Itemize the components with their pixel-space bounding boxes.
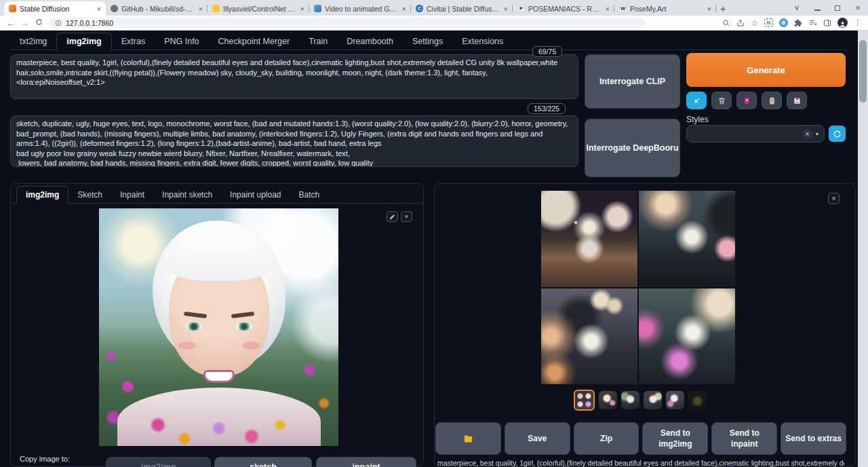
browser-tab-controlnet[interactable]: Illyasviel/ControlNet at main × bbox=[208, 1, 309, 16]
subtab-batch[interactable]: Batch bbox=[290, 187, 329, 203]
gallery-thumbnail-1[interactable] bbox=[574, 390, 595, 411]
chevron-down-icon[interactable]: ▾ bbox=[816, 131, 818, 137]
tab-close-icon[interactable]: × bbox=[606, 5, 610, 13]
tab-close-icon[interactable]: × bbox=[504, 5, 508, 13]
page-scrollbar[interactable] bbox=[858, 31, 868, 467]
apply-style-button[interactable] bbox=[762, 92, 782, 109]
zip-button[interactable]: Zip bbox=[574, 422, 639, 455]
send-to-img2img-button[interactable]: Send to img2img bbox=[642, 422, 708, 455]
tab-png-info[interactable]: PNG Info bbox=[155, 33, 208, 50]
back-icon[interactable]: ← bbox=[7, 19, 15, 27]
tab-close-icon[interactable]: × bbox=[707, 5, 711, 13]
gallery-thumbnail-4[interactable] bbox=[644, 391, 662, 409]
address-bar: ← → 127.0.0.1:7860 ☆ N ⋮ bbox=[0, 16, 868, 31]
styles-input[interactable] bbox=[692, 130, 802, 138]
interrogate-deepbooru-button[interactable]: Interrogate DeepBooru bbox=[585, 119, 680, 177]
share-icon[interactable] bbox=[736, 19, 745, 27]
tab-title: Illyasviel/ControlNet at main bbox=[223, 5, 297, 13]
send-to-extras-button[interactable]: Send to extras bbox=[781, 422, 846, 455]
browser-tab-github[interactable]: GitHub - Mikubill/sd-webui-con × bbox=[106, 1, 208, 16]
minimize-icon[interactable] bbox=[807, 4, 827, 12]
positive-token-counter: 69/75 bbox=[532, 46, 562, 57]
gallery-thumbnail-2[interactable] bbox=[599, 391, 617, 409]
extensions-puzzle-icon[interactable] bbox=[794, 19, 802, 27]
generated-image-1[interactable] bbox=[541, 191, 637, 287]
maximize-icon[interactable] bbox=[827, 4, 848, 12]
clear-prompt-button[interactable] bbox=[711, 92, 732, 109]
tab-train[interactable]: Train bbox=[299, 33, 337, 50]
copy-to-inpaint-button[interactable]: inpaint bbox=[316, 457, 416, 467]
site-info-icon[interactable] bbox=[55, 20, 62, 26]
copy-to-sketch-button[interactable]: sketch bbox=[214, 457, 312, 467]
clear-image-button[interactable]: × bbox=[401, 211, 412, 222]
extension-n-icon[interactable]: N bbox=[764, 18, 773, 27]
gallery-thumbnail-3[interactable] bbox=[621, 391, 639, 409]
positive-prompt-input[interactable]: masterpiece, best quality, 1girl, (color… bbox=[10, 54, 578, 99]
edit-image-button[interactable] bbox=[387, 211, 398, 222]
generate-button[interactable]: Generate bbox=[686, 53, 846, 87]
browser-tab-posemaniacs[interactable]: P POSEMANIACS - Royalty free 3 × bbox=[513, 1, 614, 16]
side-panel-icon[interactable] bbox=[823, 19, 831, 27]
reload-icon[interactable] bbox=[35, 18, 43, 27]
send-to-inpaint-button[interactable]: Send to inpaint bbox=[711, 422, 777, 455]
tab-img2img[interactable]: img2img bbox=[56, 33, 111, 50]
window-controls: ∨ × bbox=[787, 0, 868, 16]
tab-close-icon[interactable]: × bbox=[300, 5, 304, 13]
refresh-styles-button[interactable] bbox=[829, 126, 846, 142]
negative-prompt-input[interactable]: sketch, duplicate, ugly, huge eyes, text… bbox=[10, 115, 578, 167]
gallery-action-buttons: Save Zip Send to img2img Send to inpaint… bbox=[435, 422, 846, 455]
tab-search-chevron-icon[interactable]: ∨ bbox=[787, 3, 807, 12]
subtab-img2img[interactable]: img2img bbox=[16, 186, 68, 204]
generated-image-grid[interactable] bbox=[541, 191, 735, 384]
close-window-icon[interactable]: × bbox=[848, 3, 868, 13]
tab-checkpoint-merger[interactable]: Checkpoint Merger bbox=[209, 33, 300, 50]
tab-settings[interactable]: Settings bbox=[403, 33, 452, 50]
url-text: 127.0.0.1:7860 bbox=[66, 19, 113, 27]
subtab-inpaint-sketch[interactable]: Inpaint sketch bbox=[153, 187, 221, 203]
gallery-thumbnail-6[interactable] bbox=[688, 391, 707, 409]
browser-tab-civitai[interactable]: C Civitai | Stable Diffusion models × bbox=[411, 1, 513, 16]
tab-extras[interactable]: Extras bbox=[112, 33, 155, 50]
source-image[interactable] bbox=[99, 208, 338, 446]
generated-image-2[interactable] bbox=[639, 191, 735, 287]
tab-close-icon[interactable]: × bbox=[402, 5, 406, 13]
tab-close-icon[interactable]: × bbox=[199, 5, 203, 13]
browser-tab-stable-diffusion[interactable]: Stable Diffusion × bbox=[4, 1, 106, 16]
generated-image-3[interactable] bbox=[541, 288, 637, 385]
styles-clear-icon[interactable]: × bbox=[802, 129, 812, 139]
copy-to-img2img-button[interactable]: img2img bbox=[106, 457, 211, 467]
read-generation-params-button[interactable] bbox=[686, 92, 707, 109]
bookmark-star-icon[interactable]: ☆ bbox=[751, 18, 758, 28]
floppy-disk-icon bbox=[793, 96, 802, 105]
styles-dropdown[interactable]: × ▾ bbox=[686, 125, 825, 143]
subtab-inpaint-upload[interactable]: Inpaint upload bbox=[221, 187, 290, 203]
tab-dreambooth[interactable]: Dreambooth bbox=[337, 33, 403, 50]
save-button[interactable]: Save bbox=[505, 422, 570, 455]
subtab-inpaint[interactable]: Inpaint bbox=[111, 187, 153, 203]
browser-tab-gif-converter[interactable]: Video to animated GIF converter × bbox=[309, 1, 411, 16]
forward-icon[interactable]: → bbox=[21, 19, 29, 27]
zoom-icon[interactable] bbox=[722, 19, 730, 27]
interrogate-clip-button[interactable]: Interrogate CLIP bbox=[585, 54, 680, 109]
posemaniacs-favicon: P bbox=[517, 5, 525, 12]
subtab-sketch[interactable]: Sketch bbox=[68, 187, 111, 203]
new-tab-button[interactable]: + bbox=[716, 2, 730, 16]
extra-networks-button[interactable] bbox=[736, 92, 757, 109]
tab-txt2img[interactable]: txt2img bbox=[10, 33, 56, 50]
img2img-source-panel: img2img Sketch Inpaint Inpaint sketch In… bbox=[10, 183, 424, 467]
extension-blue-icon[interactable] bbox=[779, 18, 788, 27]
profile-avatar[interactable] bbox=[837, 18, 848, 28]
generated-image-4[interactable] bbox=[639, 288, 735, 385]
posemyart-favicon: W bbox=[619, 5, 627, 12]
menu-dots-icon[interactable]: ⋮ bbox=[854, 18, 861, 27]
tab-close-icon[interactable]: × bbox=[97, 5, 101, 13]
tab-extensions[interactable]: Extensions bbox=[452, 33, 513, 50]
scrollbar-thumb[interactable] bbox=[859, 40, 867, 102]
gallery-close-icon[interactable]: × bbox=[828, 193, 840, 204]
gallery-thumbnail-5[interactable] bbox=[666, 391, 684, 409]
reading-list-icon[interactable] bbox=[808, 18, 817, 27]
save-style-button[interactable] bbox=[787, 92, 807, 109]
browser-tab-posemyart[interactable]: W PoseMy.Art × bbox=[614, 1, 716, 16]
open-folder-button[interactable] bbox=[435, 422, 501, 455]
url-field[interactable]: 127.0.0.1:7860 bbox=[49, 18, 646, 29]
